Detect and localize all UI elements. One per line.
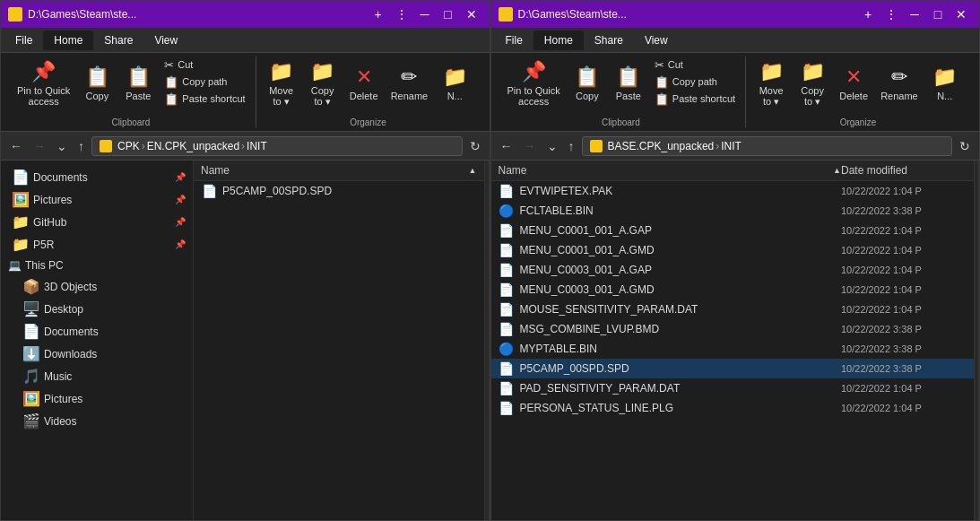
right-tab-file[interactable]: File	[495, 30, 533, 50]
right-address-path[interactable]: BASE.CPK_unpacked › INIT	[582, 136, 953, 156]
right-file-item-1[interactable]: 🔵 FCLTABLE.BIN 10/22/2022 3:38 P	[491, 201, 975, 221]
right-copy-to-btn[interactable]: 📁 Copyto ▾	[793, 56, 832, 110]
left-recent-btn[interactable]: ⌄	[53, 137, 71, 155]
right-new-tab-btn[interactable]: +	[857, 4, 879, 25]
right-tab-share[interactable]: Share	[584, 30, 634, 50]
left-file-item-0[interactable]: 📄 P5CAMP_00SPD.SPD	[194, 181, 484, 201]
right-file-item-2[interactable]: 📄 MENU_C0001_001_A.GAP 10/22/2022 1:04 P	[491, 221, 975, 240]
left-tab-share[interactable]: Share	[93, 30, 143, 50]
left-copy-btn[interactable]: 📋 Copy	[77, 56, 117, 110]
sidebar-item-desktop[interactable]: 🖥️ Desktop	[1, 298, 193, 320]
right-copy-btn[interactable]: 📋 Copy	[568, 56, 607, 110]
sidebar-item-github[interactable]: 📁 GitHub 📌	[1, 211, 193, 233]
right-file-name-5: MENU_C0003_001_A.GMD	[520, 283, 837, 296]
right-tab-home[interactable]: Home	[533, 30, 584, 50]
right-scrollbar[interactable]	[974, 161, 979, 520]
right-file-item-5[interactable]: 📄 MENU_C0003_001_A.GMD 10/22/2022 1:04 P	[491, 280, 975, 300]
right-up-btn[interactable]: ↑	[565, 137, 578, 155]
right-forward-btn[interactable]: →	[520, 137, 540, 155]
left-refresh-btn[interactable]: ↻	[466, 137, 484, 155]
right-clipboard-small-group: ✂ Cut 📋 Copy path 📋 Paste shortcut	[650, 56, 740, 107]
left-forward-btn[interactable]: →	[30, 137, 49, 155]
left-scrollbar[interactable]	[484, 161, 490, 520]
right-tab-view[interactable]: View	[634, 30, 679, 50]
sidebar-item-downloads[interactable]: ⬇️ Downloads	[1, 343, 193, 365]
left-new-tab-btn[interactable]: +	[368, 4, 389, 25]
sidebar-item-p5r[interactable]: 📁 P5R 📌	[1, 233, 193, 256]
right-sort-arrow: ▲	[833, 166, 841, 175]
right-close-btn[interactable]: ✕	[950, 4, 972, 25]
right-file-item-11[interactable]: 📄 PERSONA_STATUS_LINE.PLG 10/22/2022 1:0…	[491, 398, 975, 418]
right-paste-btn[interactable]: 📋 Paste	[609, 56, 648, 110]
right-paste-shortcut-btn[interactable]: 📋 Paste shortcut	[650, 91, 740, 107]
sidebar-item-documents[interactable]: 📄 Documents	[1, 320, 193, 343]
right-rename-btn[interactable]: ✏ Rename	[875, 56, 924, 110]
sidebar-item-videos[interactable]: 🎬 Videos	[1, 410, 193, 432]
right-move-icon: 📁	[759, 60, 784, 83]
left-new-folder-label: N...	[447, 91, 463, 101]
right-cut-btn[interactable]: ✂ Cut	[650, 56, 740, 73]
left-paste-btn[interactable]: 📋 Paste	[118, 56, 158, 110]
right-file-item-7[interactable]: 📄 MSG_COMBINE_LVUP.BMD 10/22/2022 3:38 P	[491, 319, 975, 339]
right-file-item-4[interactable]: 📄 MENU_C0003_001_A.GAP 10/22/2022 1:04 P	[491, 260, 975, 280]
left-paste-shortcut-btn[interactable]: 📋 Paste shortcut	[160, 91, 249, 107]
right-file-item-6[interactable]: 📄 MOUSE_SENSITIVITY_PARAM.DAT 10/22/2022…	[491, 300, 975, 319]
right-minimize-btn[interactable]: ─	[904, 4, 925, 25]
left-minimize-btn[interactable]: ─	[414, 4, 436, 25]
right-maximize-btn[interactable]: □	[927, 4, 949, 25]
left-tab-view[interactable]: View	[143, 30, 188, 50]
left-copy-to-btn[interactable]: 📁 Copyto ▾	[303, 56, 343, 110]
p5r-pin: 📌	[175, 239, 186, 249]
right-copy-path-btn[interactable]: 📋 Copy path	[650, 74, 740, 90]
left-path-seg0: CPK	[117, 140, 140, 152]
sidebar-item-documents-pinned[interactable]: 📄 Documents 📌	[1, 166, 193, 188]
left-address-path[interactable]: CPK › EN.CPK_unpacked › INIT	[91, 136, 463, 156]
left-delete-label: Delete	[350, 91, 378, 101]
left-rename-btn[interactable]: ✏ Rename	[386, 56, 434, 110]
right-more-btn[interactable]: ⋮	[880, 4, 902, 25]
left-maximize-btn[interactable]: □	[438, 4, 459, 25]
left-move-to-btn[interactable]: 📁 Moveto ▾	[262, 56, 301, 110]
left-content-area: 📄 Documents 📌 🖼️ Pictures 📌 📁 GitHub 📌 📁…	[1, 161, 490, 520]
sidebar-item-pictures[interactable]: 🖼️ Pictures	[1, 387, 193, 410]
right-delete-btn[interactable]: ✕ Delete	[834, 56, 873, 110]
sidebar-item-3d-objects[interactable]: 📦 3D Objects	[1, 275, 193, 298]
right-refresh-btn[interactable]: ↻	[956, 137, 974, 155]
left-window-title: D:\Games\Steam\ste...	[28, 8, 368, 21]
right-rename-icon: ✏	[891, 65, 907, 89]
left-back-btn[interactable]: ←	[6, 137, 26, 155]
right-file-item-9[interactable]: 📄 P5CAMP_00SPD.SPD 10/22/2022 3:38 P	[491, 359, 975, 378]
left-pin-btn[interactable]: 📌 Pin to Quickaccess	[12, 56, 75, 110]
left-organize-group: 📁 Moveto ▾ 📁 Copyto ▾ ✕ Delete ✏ Rename …	[258, 56, 481, 127]
sidebar-item-pictures-pinned[interactable]: 🖼️ Pictures 📌	[1, 188, 193, 211]
left-more-btn[interactable]: ⋮	[391, 4, 412, 25]
right-new-folder-btn[interactable]: 📁 N...	[925, 56, 965, 110]
left-pin-label: Pin to Quickaccess	[17, 85, 70, 107]
left-close-btn[interactable]: ✕	[461, 4, 482, 25]
right-file-item-8[interactable]: 🔵 MYPTABLE.BIN 10/22/2022 3:38 P	[491, 339, 975, 359]
left-copy-path-label: Copy path	[182, 76, 227, 87]
right-back-btn[interactable]: ←	[497, 137, 516, 155]
left-tab-file[interactable]: File	[4, 30, 43, 50]
right-move-to-btn[interactable]: 📁 Moveto ▾	[751, 56, 791, 110]
right-pin-btn[interactable]: 📌 Pin to Quickaccess	[502, 56, 566, 110]
right-file-icon-8: 🔵	[499, 342, 515, 356]
right-recent-btn[interactable]: ⌄	[543, 137, 561, 155]
sidebar-item-music[interactable]: 🎵 Music	[1, 365, 193, 387]
right-file-item-3[interactable]: 📄 MENU_C0001_001_A.GMD 10/22/2022 1:04 P	[491, 240, 975, 260]
sidebar-this-pc[interactable]: 💻 This PC	[1, 256, 193, 275]
right-file-item-10[interactable]: 📄 PAD_SENSITIVITY_PARAM.DAT 10/22/2022 1…	[491, 378, 975, 398]
right-file-icon-9: 📄	[499, 361, 515, 376]
left-clipboard-label: Clipboard	[111, 117, 150, 127]
sidebar-p5r-label: P5R	[33, 239, 54, 251]
left-cut-btn[interactable]: ✂ Cut	[160, 56, 249, 73]
left-tab-home[interactable]: Home	[43, 30, 93, 50]
left-delete-btn[interactable]: ✕ Delete	[344, 56, 384, 110]
left-up-btn[interactable]: ↑	[74, 137, 88, 155]
right-file-item-0[interactable]: 📄 EVTWIPETEX.PAK 10/22/2022 1:04 P	[491, 181, 975, 201]
left-copy-path-btn[interactable]: 📋 Copy path	[160, 74, 249, 90]
right-file-icon-2: 📄	[499, 223, 515, 238]
left-new-folder-btn[interactable]: 📁 N...	[435, 56, 474, 110]
right-copy-icon: 📋	[575, 65, 599, 89]
right-new-folder-icon: 📁	[932, 65, 957, 89]
